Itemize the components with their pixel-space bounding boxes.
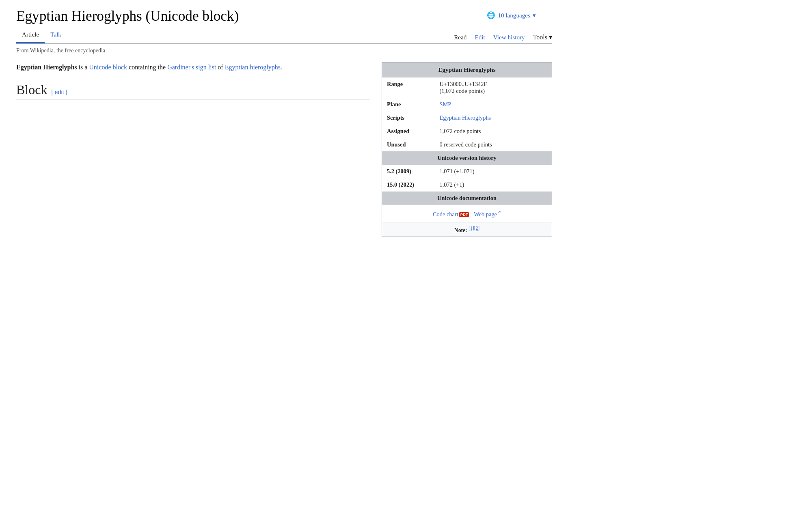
version-150-year: (2022) bbox=[399, 181, 414, 188]
infobox-row-plane: Plane SMP bbox=[382, 98, 552, 111]
infobox-row-assigned: Assigned 1,072 code points bbox=[382, 125, 552, 138]
infobox-version-value-52: 1,071 (+1,071) bbox=[435, 165, 552, 178]
infobox-version-value-150: 1,072 (+1) bbox=[435, 178, 552, 192]
block-heading-text: Block bbox=[16, 82, 47, 97]
chevron-down-icon: ▾ bbox=[533, 12, 536, 19]
article-intro: Egyptian Hieroglyphs is a Unicode block … bbox=[16, 62, 369, 73]
content-wrap: Egyptian Hieroglyphs is a Unicode block … bbox=[16, 62, 552, 237]
tab-edit[interactable]: Edit bbox=[475, 34, 485, 41]
tab-bar: Article Talk Read Edit View history Tool… bbox=[16, 28, 552, 44]
article-intro-text5: . bbox=[281, 64, 282, 71]
infobox-version-label-150: 15.0 (2022) bbox=[382, 178, 435, 192]
pdf-icon: PDF bbox=[459, 212, 469, 217]
scripts-link[interactable]: Egyptian Hieroglyphs bbox=[440, 114, 491, 121]
block-edit-link[interactable]: [ edit ] bbox=[51, 89, 67, 95]
tab-bar-right: Read Edit View history Tools ▾ bbox=[454, 33, 552, 43]
infobox-label-scripts: Scripts bbox=[382, 111, 435, 125]
tab-article[interactable]: Article bbox=[16, 28, 45, 43]
infobox-version-header: Unicode version history bbox=[382, 151, 552, 165]
version-150-bold: 15.0 bbox=[387, 181, 397, 188]
infobox-label-plane: Plane bbox=[382, 98, 435, 111]
infobox-label-assigned: Assigned bbox=[382, 125, 435, 138]
article-intro-bold: Egyptian Hieroglyphs bbox=[16, 64, 77, 71]
range-value: U+13000..U+1342F bbox=[440, 81, 487, 87]
infobox-label-range: Range bbox=[382, 77, 435, 98]
language-button[interactable]: 🌐 10 languages ▾ bbox=[487, 11, 536, 19]
range-codepoints: (1,072 code points) bbox=[440, 88, 485, 94]
note-ref-2[interactable]: [2] bbox=[474, 226, 480, 231]
infobox-container: Egyptian Hieroglyphs Range U+13000..U+13… bbox=[382, 62, 552, 237]
unicode-block-link[interactable]: Unicode block bbox=[89, 64, 127, 71]
wiki-subtitle: From Wikipedia, the free encyclopedia bbox=[16, 47, 552, 54]
version-52-bold: 5.2 bbox=[387, 168, 394, 174]
infobox-row-unused: Unused 0 reserved code points bbox=[382, 138, 552, 151]
infobox-note-row: Note: [1][2] bbox=[382, 222, 552, 237]
tab-read[interactable]: Read bbox=[454, 34, 466, 41]
infobox-value-range: U+13000..U+1342F (1,072 code points) bbox=[435, 77, 552, 98]
article-intro-text4: of bbox=[216, 64, 225, 71]
language-count: 10 languages bbox=[498, 12, 530, 19]
content-left: Egyptian Hieroglyphs is a Unicode block … bbox=[16, 62, 369, 237]
infobox-title: Egyptian Hieroglyphs bbox=[382, 62, 552, 78]
tab-tools[interactable]: Tools ▾ bbox=[533, 33, 552, 41]
block-edit-anchor[interactable]: [ edit ] bbox=[51, 89, 67, 95]
article-intro-text1: is a bbox=[77, 64, 89, 71]
infobox-row-range: Range U+13000..U+1342F (1,072 code point… bbox=[382, 77, 552, 98]
page-title: Egyptian Hieroglyphs (Unicode block) bbox=[16, 0, 552, 28]
infobox-version-row-150: 15.0 (2022) 1,072 (+1) bbox=[382, 178, 552, 192]
infobox-doc-header-row: Unicode documentation bbox=[382, 192, 552, 205]
tab-bar-left: Article Talk bbox=[16, 28, 67, 43]
infobox-version-row-52: 5.2 (2009) 1,071 (+1,071) bbox=[382, 165, 552, 178]
infobox-version-label-52: 5.2 (2009) bbox=[382, 165, 435, 178]
tab-view-history[interactable]: View history bbox=[493, 34, 525, 41]
infobox-note: Note: [1][2] bbox=[382, 222, 552, 237]
infobox: Egyptian Hieroglyphs Range U+13000..U+13… bbox=[382, 62, 552, 237]
infobox-doc-header: Unicode documentation bbox=[382, 192, 552, 205]
tools-chevron-icon: ▾ bbox=[549, 33, 552, 41]
article-intro-text3: containing the bbox=[127, 64, 167, 71]
infobox-value-scripts: Egyptian Hieroglyphs bbox=[435, 111, 552, 125]
infobox-version-header-row: Unicode version history bbox=[382, 151, 552, 165]
smp-link[interactable]: SMP bbox=[440, 101, 451, 108]
web-page-link[interactable]: Web page bbox=[474, 211, 497, 217]
block-section-heading: Block [ edit ] bbox=[16, 82, 369, 99]
tab-talk[interactable]: Talk bbox=[45, 28, 67, 43]
note-label: Note: bbox=[454, 227, 467, 233]
infobox-row-scripts: Scripts Egyptian Hieroglyphs bbox=[382, 111, 552, 125]
language-icon: 🌐 bbox=[487, 11, 495, 19]
tools-label: Tools bbox=[533, 34, 547, 41]
infobox-value-unused: 0 reserved code points bbox=[435, 138, 552, 151]
infobox-value-plane: SMP bbox=[435, 98, 552, 111]
version-52-year: (2009) bbox=[396, 168, 411, 174]
egyptian-hieroglyphs-link[interactable]: Egyptian hieroglyphs bbox=[225, 64, 281, 71]
external-link-icon: ↗ bbox=[497, 210, 501, 215]
infobox-doc-links: Code chartPDF | Web page↗ bbox=[382, 205, 552, 222]
infobox-value-assigned: 1,072 code points bbox=[435, 125, 552, 138]
code-chart-link[interactable]: Code chart bbox=[433, 211, 458, 217]
infobox-label-unused: Unused bbox=[382, 138, 435, 151]
infobox-title-row: Egyptian Hieroglyphs bbox=[382, 62, 552, 78]
note-ref-1[interactable]: [1] bbox=[469, 226, 474, 231]
gardiner-link[interactable]: Gardiner's sign list bbox=[167, 64, 216, 71]
infobox-doc-links-row: Code chartPDF | Web page↗ bbox=[382, 205, 552, 222]
